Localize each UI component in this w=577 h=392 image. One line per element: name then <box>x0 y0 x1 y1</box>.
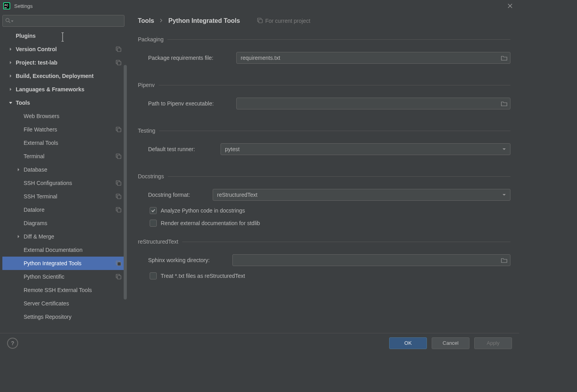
req-file-label: Package requirements file: <box>148 55 231 61</box>
tree-item-label: Version Control <box>16 46 116 52</box>
tree-item-external-tools[interactable]: External Tools <box>2 136 124 150</box>
pipenv-path-input[interactable] <box>236 98 510 109</box>
tree-item-label: SSH Terminal <box>24 193 116 200</box>
tree-item-datalore[interactable]: Datalore <box>2 203 124 216</box>
docstring-format-value: reStructuredText <box>217 192 258 198</box>
docstring-format-select[interactable]: reStructuredText <box>213 189 510 201</box>
content-panel: Tools Python Integrated Tools For curren… <box>127 12 519 333</box>
browse-folder-icon[interactable] <box>500 54 508 62</box>
tree-item-label: Database <box>24 166 121 173</box>
scope-hint: For current project <box>257 18 310 24</box>
browse-folder-icon[interactable] <box>500 99 508 108</box>
sphinx-dir-input[interactable] <box>232 254 510 266</box>
tree-item-label: Tools <box>16 100 121 106</box>
analyze-docstrings-checkbox[interactable] <box>150 207 157 214</box>
svg-rect-7 <box>117 48 121 52</box>
tree-item-build-execution-deployment[interactable]: Build, Execution, Deployment <box>2 69 124 83</box>
help-button[interactable]: ? <box>7 338 18 349</box>
search-icon <box>5 18 11 24</box>
tree-item-ssh-terminal[interactable]: SSH Terminal <box>2 190 124 203</box>
tree-item-settings-repository[interactable]: Settings Repository <box>2 310 124 324</box>
section-docstrings: Docstrings Docstring format: reStructure… <box>138 173 510 227</box>
settings-tree[interactable]: PluginsVersion ControlProject: test-labB… <box>2 29 124 332</box>
req-file-value: requirements.txt <box>241 55 280 61</box>
tree-item-label: Datalore <box>24 207 116 213</box>
tree-item-external-documentation[interactable]: External Documentation <box>2 243 124 257</box>
project-scope-icon <box>116 261 121 266</box>
tree-item-plugins[interactable]: Plugins <box>2 29 124 43</box>
section-legend: Packaging <box>138 36 167 43</box>
tree-item-server-certificates[interactable]: Server Certificates <box>2 297 124 310</box>
tree-item-tools[interactable]: Tools <box>2 96 124 109</box>
chevron-right-icon[interactable] <box>8 60 13 65</box>
ok-button[interactable]: OK <box>389 337 427 349</box>
svg-point-4 <box>6 18 9 21</box>
chevron-right-icon[interactable] <box>8 87 13 92</box>
svg-rect-15 <box>117 182 121 185</box>
chevron-down-icon <box>500 145 508 153</box>
render-stdlib-label[interactable]: Render external documentation for stdlib <box>161 220 260 226</box>
scrollbar-thumb[interactable] <box>124 65 127 300</box>
sidebar: PluginsVersion ControlProject: test-labB… <box>0 12 127 333</box>
chevron-right-icon[interactable] <box>8 33 13 39</box>
tree-item-project-test-lab[interactable]: Project: test-lab <box>2 56 124 69</box>
analyze-docstrings-label[interactable]: Analyze Python code in docstrings <box>161 207 245 214</box>
window-title: Settings <box>14 3 33 9</box>
tree-item-label: External Documentation <box>24 247 121 253</box>
scope-hint-text: For current project <box>265 18 310 24</box>
project-scope-icon <box>116 127 121 132</box>
test-runner-label: Default test runner: <box>148 146 215 152</box>
project-scope-icon <box>257 18 263 24</box>
tree-item-label: Plugins <box>16 33 121 39</box>
tree-item-python-scientific[interactable]: Python Scientific <box>2 270 124 283</box>
tree-item-web-browsers[interactable]: Web Browsers <box>2 109 124 123</box>
req-file-input[interactable]: requirements.txt <box>236 52 510 64</box>
breadcrumb-root[interactable]: Tools <box>138 17 154 24</box>
section-rst: reStructuredText Sphinx working director… <box>138 239 510 279</box>
render-stdlib-checkbox[interactable] <box>150 220 157 227</box>
apply-button[interactable]: Apply <box>474 337 512 349</box>
search-field[interactable] <box>16 18 122 24</box>
chevron-right-icon[interactable] <box>16 234 21 239</box>
breadcrumb: Tools Python Integrated Tools For curren… <box>138 17 510 24</box>
cancel-button[interactable]: Cancel <box>432 337 469 349</box>
breadcrumb-page: Python Integrated Tools <box>168 17 240 24</box>
settings-dialog: PC Settings PluginsVersion ControlProjec… <box>0 0 519 353</box>
project-scope-icon <box>116 153 121 159</box>
tree-item-label: Settings Repository <box>24 314 121 320</box>
svg-rect-21 <box>117 262 121 266</box>
browse-folder-icon[interactable] <box>500 256 508 264</box>
chevron-down-icon[interactable] <box>8 100 13 105</box>
chevron-right-icon[interactable] <box>8 46 13 52</box>
test-runner-select[interactable]: pytest <box>221 143 510 155</box>
tree-item-label: Python Integrated Tools <box>24 260 116 266</box>
tree-item-languages-frameworks[interactable]: Languages & Frameworks <box>2 83 124 96</box>
docstring-format-label: Docstring format: <box>148 192 207 198</box>
svg-rect-17 <box>117 195 121 199</box>
tree-item-label: External Tools <box>24 140 121 146</box>
close-button[interactable] <box>504 0 516 12</box>
chevron-right-icon[interactable] <box>8 73 13 79</box>
tree-item-database[interactable]: Database <box>2 163 124 176</box>
app-icon: PC <box>3 2 10 9</box>
treat-txt-rst-label[interactable]: Treat *.txt files as reStructuredText <box>161 273 245 279</box>
tree-item-diagrams[interactable]: Diagrams <box>2 216 124 230</box>
tree-item-ssh-configurations[interactable]: SSH Configurations <box>2 176 124 190</box>
titlebar: PC Settings <box>0 0 519 12</box>
chevron-right-icon <box>160 18 163 24</box>
search-input[interactable] <box>2 15 124 27</box>
tree-item-version-control[interactable]: Version Control <box>2 43 124 56</box>
chevron-right-icon[interactable] <box>16 167 21 172</box>
tree-item-python-integrated-tools[interactable]: Python Integrated Tools <box>2 257 124 270</box>
project-scope-icon <box>116 180 121 186</box>
tree-item-file-watchers[interactable]: File Watchers <box>2 123 124 136</box>
tree-item-diff-merge[interactable]: Diff & Merge <box>2 230 124 243</box>
section-packaging: Packaging Package requirements file: req… <box>138 36 510 70</box>
tree-item-remote-ssh-external-tools[interactable]: Remote SSH External Tools <box>2 283 124 297</box>
tree-item-label: Project: test-lab <box>16 59 116 66</box>
tree-item-label: Server Certificates <box>24 300 121 307</box>
tree-item-label: Diff & Merge <box>24 233 121 240</box>
treat-txt-rst-checkbox[interactable] <box>150 272 157 279</box>
tree-item-terminal[interactable]: Terminal <box>2 150 124 163</box>
section-legend: Testing <box>138 128 159 134</box>
